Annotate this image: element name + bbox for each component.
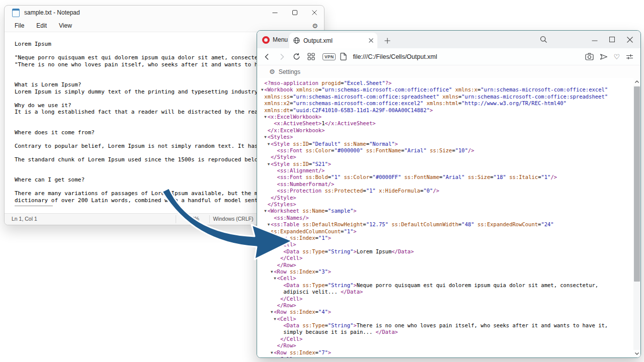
close-icon [312, 10, 317, 15]
xml-tree[interactable]: <?mso-application progid="Excel.Sheet"?>… [257, 78, 633, 357]
menu-edit[interactable]: Edit [30, 21, 53, 30]
minimize-icon [272, 10, 278, 16]
url-field[interactable]: file:///C:/Files/Cells/Output.xml [353, 53, 437, 60]
back-button[interactable] [263, 52, 272, 61]
tab-title: Output.xml [303, 37, 369, 44]
minimize-icon [592, 37, 598, 43]
gear-icon[interactable]: ⚙ [312, 22, 318, 30]
tab-output-xml[interactable]: Output.xml [289, 33, 377, 48]
tab-close-icon[interactable] [369, 38, 373, 43]
bookmark-settings[interactable]: Settings [279, 68, 300, 75]
close-button[interactable] [304, 6, 324, 20]
zoom-level: 100% [176, 216, 209, 222]
menu-file[interactable]: File [9, 21, 30, 30]
scroll-down-icon [635, 352, 639, 355]
text-divider-line [15, 206, 53, 206]
tab-bar: Menu Output.xml [257, 31, 640, 48]
minimize-button[interactable] [265, 6, 285, 20]
bookmarks-bar: ⚙ Settings [257, 65, 640, 78]
opera-logo [262, 36, 270, 44]
scroll-up-icon [635, 80, 639, 83]
maximize-button[interactable] [285, 6, 304, 20]
notepad-titlebar[interactable]: sample.txt - Notepad [5, 6, 324, 20]
new-tab-button[interactable] [381, 35, 393, 47]
browser-close-button[interactable] [621, 31, 638, 48]
vpn-badge[interactable]: VPN [323, 53, 336, 60]
close-icon [627, 37, 633, 43]
globe-icon [293, 37, 300, 44]
opera-menu-label: Menu [273, 36, 288, 43]
notepad-app-icon [12, 9, 20, 17]
forward-button[interactable] [277, 52, 286, 61]
gear-icon: ⚙ [269, 68, 275, 75]
opera-menu-button[interactable]: Menu [262, 34, 288, 46]
send-icon[interactable] [599, 52, 609, 62]
scrollbar-thumb[interactable] [634, 86, 640, 282]
browser-window: Menu Output.xml [257, 30, 641, 358]
browser-maximize-button[interactable] [603, 31, 621, 48]
notepad-window-title: sample.txt - Notepad [24, 9, 80, 16]
cursor-position: Ln 1, Col 1 [12, 216, 37, 222]
scroll-down-button[interactable] [633, 350, 640, 357]
speed-dial-icon[interactable] [306, 52, 315, 61]
address-bar: VPN file:///C:/Files/Cells/Output.xml ♡ [257, 48, 640, 65]
browser-minimize-button[interactable] [586, 31, 603, 48]
line-ending: Windows (CRLF) [209, 216, 257, 222]
menu-view[interactable]: View [53, 21, 78, 30]
plus-icon [384, 38, 390, 44]
search-button[interactable] [535, 31, 552, 48]
scroll-up-button[interactable] [633, 78, 640, 85]
camera-icon[interactable] [584, 52, 594, 62]
vertical-scrollbar[interactable] [633, 78, 640, 357]
heart-icon[interactable]: ♡ [613, 53, 620, 60]
browser-content: <?mso-application progid="Excel.Sheet"?>… [257, 78, 640, 357]
maximize-icon [292, 10, 297, 15]
search-icon [540, 36, 547, 43]
tune-icon[interactable] [624, 52, 634, 62]
maximize-icon [609, 37, 615, 42]
reload-button[interactable] [292, 52, 301, 61]
page-icon [340, 53, 347, 60]
